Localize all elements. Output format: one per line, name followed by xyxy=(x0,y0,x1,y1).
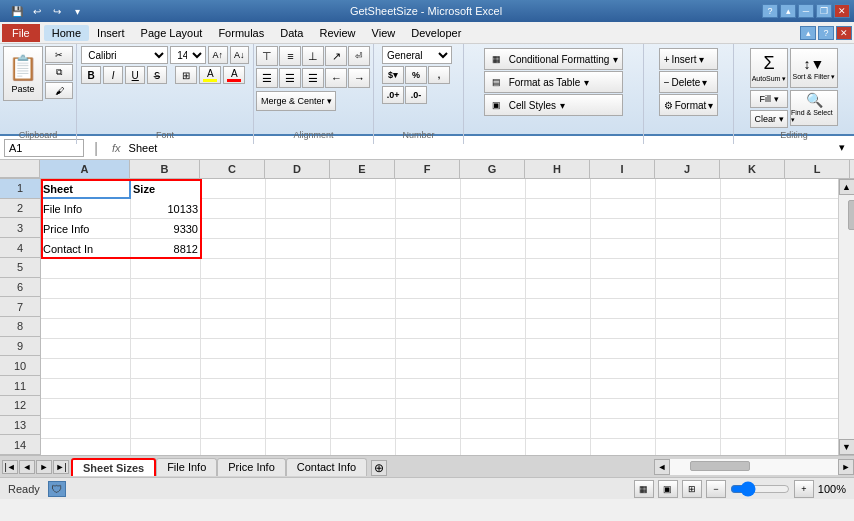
strikethrough-button[interactable]: S̶ xyxy=(147,66,167,84)
scroll-thumb-v[interactable] xyxy=(848,200,855,230)
cell-a5[interactable] xyxy=(41,259,131,279)
cell-i4[interactable] xyxy=(591,239,656,259)
restore-btn[interactable]: ❐ xyxy=(816,4,832,18)
ribbon-toggle-btn[interactable]: ▴ xyxy=(780,4,796,18)
cell-i2[interactable] xyxy=(591,199,656,219)
col-header-m[interactable]: M xyxy=(850,160,854,178)
cell-l3[interactable] xyxy=(786,219,838,239)
decrease-indent-button[interactable]: ← xyxy=(325,68,347,88)
insert-button[interactable]: + Insert ▾ xyxy=(659,48,719,70)
cell-k4[interactable] xyxy=(721,239,786,259)
cell-j2[interactable] xyxy=(656,199,721,219)
cell-j1[interactable] xyxy=(656,179,721,199)
cell-h4[interactable] xyxy=(526,239,591,259)
col-header-a[interactable]: A xyxy=(40,160,130,178)
zoom-slider[interactable] xyxy=(730,484,790,494)
cell-c5[interactable] xyxy=(201,259,266,279)
find-select-button[interactable]: 🔍 Find & Select ▾ xyxy=(790,90,838,126)
col-header-f[interactable]: F xyxy=(395,160,460,178)
cell-b1[interactable]: Size xyxy=(131,179,201,199)
clear-button[interactable]: Clear ▾ xyxy=(750,110,788,128)
cell-g3[interactable] xyxy=(461,219,526,239)
top-align-button[interactable]: ⊤ xyxy=(256,46,278,66)
redo-qat-btn[interactable]: ↪ xyxy=(48,2,66,20)
sheet-tab-contact-info[interactable]: Contact Info xyxy=(286,458,367,476)
row-header-1[interactable]: 1 xyxy=(0,179,40,199)
sheet-tab-file-info[interactable]: File Info xyxy=(156,458,217,476)
cell-c4[interactable] xyxy=(201,239,266,259)
decrease-font-button[interactable]: A↓ xyxy=(230,46,249,64)
row-header-9[interactable]: 9 xyxy=(0,337,40,357)
cell-d4[interactable] xyxy=(266,239,331,259)
scroll-up-btn[interactable]: ▲ xyxy=(839,179,855,195)
right-align-button[interactable]: ☰ xyxy=(302,68,324,88)
cell-d3[interactable] xyxy=(266,219,331,239)
undo-qat-btn[interactable]: ↩ xyxy=(28,2,46,20)
font-color-button[interactable]: A xyxy=(223,66,245,84)
orientation-button[interactable]: ↗ xyxy=(325,46,347,66)
border-button[interactable]: ⊞ xyxy=(175,66,197,84)
normal-view-btn[interactable]: ▦ xyxy=(634,480,654,498)
row-header-14[interactable]: 14 xyxy=(0,435,40,455)
sort-filter-button[interactable]: ↕▼ Sort & Filter ▾ xyxy=(790,48,838,88)
row-header-5[interactable]: 5 xyxy=(0,258,40,278)
cell-i1[interactable] xyxy=(591,179,656,199)
cell-k3[interactable] xyxy=(721,219,786,239)
col-header-j[interactable]: J xyxy=(655,160,720,178)
increase-font-button[interactable]: A↑ xyxy=(208,46,227,64)
cell-styles-button[interactable]: ▣ Cell Styles ▾ xyxy=(484,94,624,116)
qat-dropdown-btn[interactable]: ▾ xyxy=(68,2,86,20)
cell-b5[interactable] xyxy=(131,259,201,279)
cell-a2[interactable]: File Info xyxy=(41,199,131,219)
help-icon[interactable]: ? xyxy=(818,26,834,40)
cell-f4[interactable] xyxy=(396,239,461,259)
cell-i3[interactable] xyxy=(591,219,656,239)
col-header-k[interactable]: K xyxy=(720,160,785,178)
cell-j4[interactable] xyxy=(656,239,721,259)
cell-c2[interactable] xyxy=(201,199,266,219)
comma-button[interactable]: , xyxy=(428,66,450,84)
page-layout-view-btn[interactable]: ▣ xyxy=(658,480,678,498)
developer-menu[interactable]: Developer xyxy=(403,25,469,41)
format-painter-button[interactable]: 🖌 xyxy=(45,82,73,99)
page-layout-menu[interactable]: Page Layout xyxy=(133,25,211,41)
row-header-10[interactable]: 10 xyxy=(0,356,40,376)
sheet-tab-price-info[interactable]: Price Info xyxy=(217,458,285,476)
scroll-thumb-h[interactable] xyxy=(690,461,750,471)
cell-e1[interactable] xyxy=(331,179,396,199)
tab-first-btn[interactable]: |◄ xyxy=(2,460,18,474)
file-menu[interactable]: File xyxy=(2,24,40,42)
row-header-13[interactable]: 13 xyxy=(0,416,40,436)
add-sheet-btn[interactable]: ⊕ xyxy=(371,460,387,476)
select-all-button[interactable] xyxy=(0,160,40,178)
ribbon-minimize-btn[interactable]: ▴ xyxy=(800,26,816,40)
scroll-down-btn[interactable]: ▼ xyxy=(839,439,855,455)
page-break-view-btn[interactable]: ⊞ xyxy=(682,480,702,498)
cut-button[interactable]: ✂ xyxy=(45,46,73,63)
font-size-select[interactable]: 14 xyxy=(170,46,206,64)
col-header-g[interactable]: G xyxy=(460,160,525,178)
row-header-3[interactable]: 3 xyxy=(0,218,40,238)
col-header-b[interactable]: B xyxy=(130,160,200,178)
left-align-button[interactable]: ☰ xyxy=(256,68,278,88)
cell-j3[interactable] xyxy=(656,219,721,239)
increase-indent-button[interactable]: → xyxy=(348,68,370,88)
percent-button[interactable]: % xyxy=(405,66,427,84)
col-header-i[interactable]: I xyxy=(590,160,655,178)
accounting-button[interactable]: $▾ xyxy=(382,66,404,84)
cell-a1[interactable]: Sheet xyxy=(41,179,131,199)
cell-a4[interactable]: Contact In xyxy=(41,239,131,259)
row-header-4[interactable]: 4 xyxy=(0,238,40,258)
cell-d2[interactable] xyxy=(266,199,331,219)
cell-h2[interactable] xyxy=(526,199,591,219)
bold-button[interactable]: B xyxy=(81,66,101,84)
italic-button[interactable]: I xyxy=(103,66,123,84)
decrease-decimal-button[interactable]: .0- xyxy=(405,86,427,104)
font-name-select[interactable]: Calibri xyxy=(81,46,168,64)
scroll-track-h[interactable] xyxy=(670,459,838,475)
middle-align-button[interactable]: ≡ xyxy=(279,46,301,66)
delete-button[interactable]: − Delete ▾ xyxy=(659,71,719,93)
row-header-12[interactable]: 12 xyxy=(0,396,40,416)
cell-a3[interactable]: Price Info xyxy=(41,219,131,239)
conditional-formatting-button[interactable]: ▦ Conditional Formatting ▾ xyxy=(484,48,624,70)
